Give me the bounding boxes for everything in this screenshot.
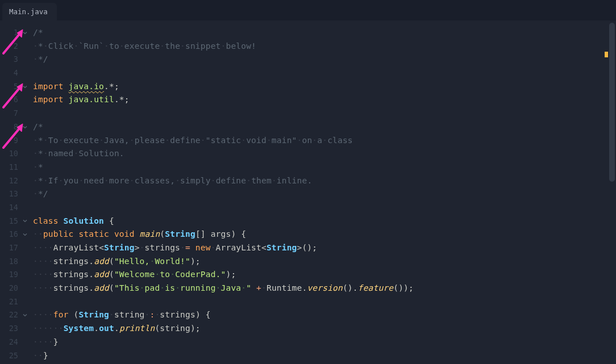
fold-gutter[interactable] (19, 80, 31, 94)
code-content[interactable]: ··public static void main(String[] args)… (31, 228, 246, 241)
fold-gutter[interactable] (19, 228, 31, 241)
fold-gutter (19, 40, 31, 53)
code-content[interactable]: ·* (31, 161, 43, 174)
line-number: 21 (0, 295, 19, 309)
line-number: 2 (0, 40, 19, 53)
code-line[interactable]: 7 (0, 107, 616, 120)
code-content[interactable]: ····} (31, 336, 59, 349)
line-number: 25 (0, 349, 19, 363)
code-content[interactable]: ····ArrayList<String>·strings·= new·Arra… (31, 241, 317, 255)
code-editor[interactable]: 1/*2·*·Click·`Run`·to·execute·the·snippe… (0, 20, 616, 364)
code-line[interactable]: 20····strings.add("This·pad·is·running·J… (0, 282, 616, 295)
code-content[interactable]: ·*·named·Solution. (31, 147, 124, 161)
line-number: 20 (0, 282, 19, 295)
code-content[interactable] (31, 66, 33, 80)
code-line[interactable]: 2·*·Click·`Run`·to·execute·the·snippet·b… (0, 40, 616, 53)
code-line[interactable]: 10·*·named·Solution. (0, 147, 616, 161)
code-content[interactable]: ·*·To·execute·Java,·please·define·"stati… (31, 134, 353, 148)
editor-window: Main.java 1/*2·*·Click·`Run`·to·execute·… (0, 0, 616, 364)
chevron-down-icon[interactable] (22, 83, 28, 90)
code-line[interactable]: 5import java.io.*; (0, 80, 616, 94)
fold-gutter (19, 282, 31, 295)
fold-gutter[interactable] (19, 308, 31, 322)
code-lines-container: 1/*2·*·Click·`Run`·to·execute·the·snippe… (0, 26, 616, 362)
fold-gutter (19, 349, 31, 363)
fold-gutter (19, 174, 31, 188)
code-content[interactable]: import java.io.*; (31, 80, 119, 94)
file-tab[interactable]: Main.java (2, 3, 57, 20)
code-line[interactable]: 9·*·To·execute·Java,·please·define·"stat… (0, 134, 616, 148)
fold-gutter (19, 201, 31, 215)
code-line[interactable]: 23······System.out.println(string); (0, 322, 616, 336)
code-content[interactable]: ····for (String·string·:·strings) { (31, 308, 211, 322)
chevron-down-icon[interactable] (22, 124, 28, 131)
line-number: 6 (0, 93, 19, 107)
fold-gutter (19, 187, 31, 201)
code-content[interactable]: /* (31, 120, 43, 134)
line-number: 14 (0, 201, 19, 215)
code-content[interactable]: ·*/ (31, 187, 48, 201)
code-content[interactable]: ·*/ (31, 53, 48, 66)
code-line[interactable]: 6import java.util.*; (0, 93, 616, 107)
code-content[interactable]: ··} (31, 349, 48, 363)
code-line[interactable]: 24····} (0, 336, 616, 349)
code-line[interactable]: 19····strings.add("Welcome·to·CoderPad."… (0, 268, 616, 282)
fold-gutter (19, 161, 31, 174)
line-number: 17 (0, 241, 19, 255)
code-content[interactable]: /* (31, 26, 43, 40)
code-line[interactable]: 25··} (0, 349, 616, 363)
line-number: 23 (0, 322, 19, 336)
line-number: 11 (0, 161, 19, 174)
line-number: 9 (0, 134, 19, 148)
fold-gutter (19, 336, 31, 349)
fold-gutter (19, 255, 31, 269)
fold-gutter (19, 147, 31, 161)
code-line[interactable]: 18····strings.add("Hello,·World!"); (0, 255, 616, 269)
tab-bar: Main.java (0, 0, 616, 20)
code-line[interactable]: 1/* (0, 26, 616, 40)
file-tab-label: Main.java (9, 7, 48, 16)
code-line[interactable]: 12·*·If·you·need·more·classes,·simply·de… (0, 174, 616, 188)
line-number: 16 (0, 228, 19, 241)
code-line[interactable]: 8/* (0, 120, 616, 134)
code-line[interactable]: 3·*/ (0, 53, 616, 66)
code-line[interactable]: 17····ArrayList<String>·strings·= new·Ar… (0, 241, 616, 255)
line-number: 15 (0, 215, 19, 228)
fold-gutter[interactable] (19, 215, 31, 228)
line-number: 10 (0, 147, 19, 161)
chevron-down-icon[interactable] (22, 231, 28, 238)
line-number: 1 (0, 26, 19, 40)
fold-gutter (19, 107, 31, 120)
code-content[interactable]: ·*·If·you·need·more·classes,·simply·defi… (31, 174, 312, 188)
line-number: 7 (0, 107, 19, 120)
code-line[interactable]: 22····for (String·string·:·strings) { (0, 308, 616, 322)
code-content[interactable]: import java.util.*; (31, 93, 130, 107)
fold-gutter (19, 93, 31, 107)
code-content[interactable]: ······System.out.println(string); (31, 322, 201, 336)
code-content[interactable]: ····strings.add("Hello,·World!"); (31, 255, 201, 269)
code-content[interactable]: ····strings.add("This·pad·is·running·Jav… (31, 282, 414, 295)
fold-gutter[interactable] (19, 120, 31, 134)
code-content[interactable] (31, 107, 33, 120)
code-line[interactable]: 11·* (0, 161, 616, 174)
code-content[interactable]: class Solution { (31, 215, 114, 228)
chevron-down-icon[interactable] (22, 312, 28, 319)
code-line[interactable]: 16··public static void main(String[] arg… (0, 228, 616, 241)
code-line[interactable]: 4 (0, 66, 616, 80)
code-content[interactable]: ·*·Click·`Run`·to·execute·the·snippet·be… (31, 40, 256, 53)
line-number: 4 (0, 66, 19, 80)
code-line[interactable]: 14 (0, 201, 616, 215)
fold-gutter (19, 268, 31, 282)
line-number: 24 (0, 336, 19, 349)
code-line[interactable]: 21 (0, 295, 616, 309)
chevron-down-icon[interactable] (22, 30, 28, 36)
fold-gutter[interactable] (19, 26, 31, 40)
code-content[interactable] (31, 295, 33, 309)
code-line[interactable]: 15class Solution { (0, 215, 616, 228)
fold-gutter (19, 66, 31, 80)
code-content[interactable]: ····strings.add("Welcome·to·CoderPad."); (31, 268, 236, 282)
chevron-down-icon[interactable] (22, 217, 28, 224)
code-line[interactable]: 13·*/ (0, 187, 616, 201)
fold-gutter (19, 53, 31, 66)
code-content[interactable] (31, 201, 33, 215)
